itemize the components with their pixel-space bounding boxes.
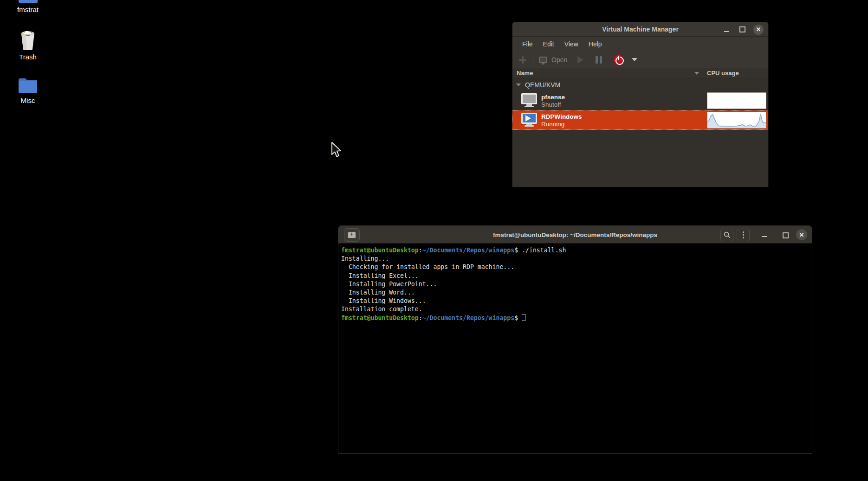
terminal-output[interactable]: fmstrat@ubuntuDesktop:~/Documents/Repos/… bbox=[338, 244, 812, 453]
terminal-line: Installing Windows... bbox=[341, 297, 809, 305]
vm-name: pfsense bbox=[541, 94, 565, 101]
shutdown-vm-button[interactable] bbox=[613, 54, 624, 65]
vm-status: Shutoff bbox=[541, 101, 561, 108]
vm-list-header: Name CPU usage bbox=[512, 68, 768, 78]
vm-row-rdpwindows[interactable]: RDPWindows Running bbox=[512, 110, 768, 130]
cpu-usage-graph bbox=[707, 92, 766, 109]
kebab-icon bbox=[743, 231, 744, 238]
mouse-cursor bbox=[331, 142, 343, 159]
menu-view[interactable]: View bbox=[560, 38, 583, 50]
terminal-line: Installing PowerPoint... bbox=[341, 280, 809, 289]
terminal-line: Checking for installed apps in RDP machi… bbox=[341, 263, 809, 271]
run-vm-button[interactable] bbox=[577, 56, 583, 64]
pause-vm-button[interactable] bbox=[596, 56, 602, 64]
terminal-line: Installation complete. bbox=[341, 305, 809, 314]
vm-list-empty-area bbox=[512, 130, 768, 187]
desktop-icon-label: fmstrat bbox=[0, 6, 56, 13]
cpu-sparkline bbox=[707, 112, 766, 128]
window-title: Virtual Machine Manager bbox=[602, 26, 679, 33]
open-button[interactable]: Open bbox=[539, 56, 567, 64]
terminal-window: fmstrat@ubuntuDesktop: ~/Documents/Repos… bbox=[338, 225, 812, 454]
new-vm-button[interactable] bbox=[519, 56, 526, 64]
vm-name: RDPWindows bbox=[541, 113, 582, 120]
terminal-titlebar[interactable]: fmstrat@ubuntuDesktop: ~/Documents/Repos… bbox=[338, 226, 812, 244]
search-icon bbox=[724, 231, 731, 238]
open-label: Open bbox=[551, 56, 567, 64]
menu-help[interactable]: Help bbox=[584, 38, 606, 50]
terminal-line: Installing... bbox=[341, 255, 809, 263]
column-header-name[interactable]: Name bbox=[517, 70, 533, 77]
vmm-menubar: File Edit View Help bbox=[512, 37, 768, 51]
minimize-button[interactable] bbox=[722, 25, 731, 34]
vm-row-pfsense[interactable]: pfsense Shutoff bbox=[512, 91, 768, 110]
virtual-machine-manager-window: Virtual Machine Manager ✕ File Edit View… bbox=[512, 22, 769, 187]
column-header-cpu-usage[interactable]: CPU usage bbox=[707, 70, 739, 77]
terminal-cursor bbox=[522, 314, 525, 321]
terminal-line: Installing Word... bbox=[341, 289, 809, 297]
expander-caret-icon[interactable] bbox=[516, 83, 521, 86]
menu-edit[interactable]: Edit bbox=[539, 38, 558, 50]
vm-status: Running bbox=[541, 121, 564, 128]
close-button[interactable]: ✕ bbox=[753, 25, 764, 35]
desktop-icon-label: Trash bbox=[0, 53, 56, 61]
menu-file[interactable]: File bbox=[518, 38, 537, 50]
terminal-line: fmstrat@ubuntuDesktop:~/Documents/Repos/… bbox=[341, 314, 809, 322]
vm-monitor-running-icon bbox=[521, 113, 537, 127]
vmm-titlebar[interactable]: Virtual Machine Manager ✕ bbox=[512, 22, 768, 37]
vm-monitor-icon bbox=[521, 93, 537, 107]
group-label: QEMU/KVM bbox=[525, 81, 560, 89]
desktop-icon-fmstrat[interactable]: fmstrat bbox=[0, 6, 56, 13]
shutdown-dropdown-caret[interactable] bbox=[632, 58, 637, 61]
minimize-button[interactable] bbox=[760, 230, 769, 239]
new-tab-button[interactable] bbox=[344, 228, 360, 242]
monitor-icon bbox=[539, 57, 547, 63]
trash-icon bbox=[18, 29, 38, 51]
terminal-line: fmstrat@ubuntuDesktop:~/Documents/Repos/… bbox=[341, 246, 809, 255]
terminal-line: Installing Excel... bbox=[341, 272, 809, 280]
maximize-button[interactable] bbox=[738, 25, 747, 34]
desktop: fmstrat Trash Misc Virtual Machine Manag… bbox=[0, 0, 868, 481]
new-tab-icon bbox=[348, 232, 356, 238]
search-button[interactable] bbox=[720, 229, 733, 241]
cpu-usage-graph bbox=[707, 112, 766, 128]
vmm-toolbar: Open bbox=[512, 51, 768, 68]
desktop-icon-label: Misc bbox=[0, 96, 56, 104]
maximize-button[interactable] bbox=[780, 230, 790, 239]
desktop-icon-trash[interactable]: Trash bbox=[0, 29, 56, 61]
toolbar-separator bbox=[533, 54, 533, 65]
folder-icon bbox=[18, 77, 38, 95]
desktop-icon-misc[interactable]: Misc bbox=[0, 77, 56, 104]
menu-button[interactable] bbox=[737, 229, 750, 241]
close-button[interactable]: ✕ bbox=[796, 229, 807, 240]
vm-group-row-qemu-kvm[interactable]: QEMU/KVM bbox=[512, 78, 768, 91]
fmstrat-folder-icon[interactable] bbox=[19, 0, 38, 3]
sort-caret-icon bbox=[694, 72, 699, 75]
column-divider[interactable] bbox=[704, 68, 704, 78]
